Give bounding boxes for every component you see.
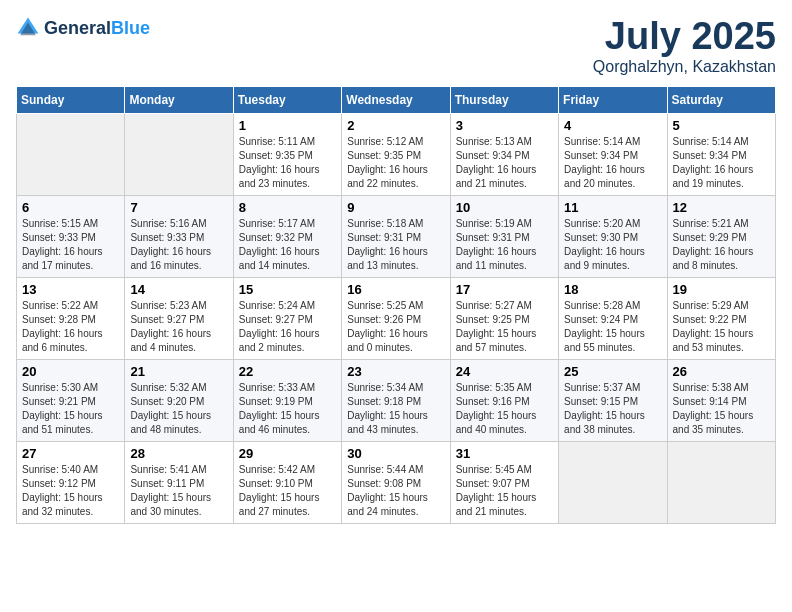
day-info: Sunrise: 5:27 AM Sunset: 9:25 PM Dayligh… bbox=[456, 299, 553, 355]
day-number: 12 bbox=[673, 200, 770, 215]
calendar-cell: 26Sunrise: 5:38 AM Sunset: 9:14 PM Dayli… bbox=[667, 359, 775, 441]
day-number: 5 bbox=[673, 118, 770, 133]
calendar-cell: 21Sunrise: 5:32 AM Sunset: 9:20 PM Dayli… bbox=[125, 359, 233, 441]
title-section: July 2025 Qorghalzhyn, Kazakhstan bbox=[593, 16, 776, 76]
day-info: Sunrise: 5:33 AM Sunset: 9:19 PM Dayligh… bbox=[239, 381, 336, 437]
day-number: 2 bbox=[347, 118, 444, 133]
day-number: 6 bbox=[22, 200, 119, 215]
day-number: 7 bbox=[130, 200, 227, 215]
calendar-cell: 9Sunrise: 5:18 AM Sunset: 9:31 PM Daylig… bbox=[342, 195, 450, 277]
calendar-cell bbox=[559, 441, 667, 523]
day-info: Sunrise: 5:22 AM Sunset: 9:28 PM Dayligh… bbox=[22, 299, 119, 355]
calendar-week-row: 13Sunrise: 5:22 AM Sunset: 9:28 PM Dayli… bbox=[17, 277, 776, 359]
calendar-week-row: 20Sunrise: 5:30 AM Sunset: 9:21 PM Dayli… bbox=[17, 359, 776, 441]
day-number: 3 bbox=[456, 118, 553, 133]
day-info: Sunrise: 5:41 AM Sunset: 9:11 PM Dayligh… bbox=[130, 463, 227, 519]
day-info: Sunrise: 5:35 AM Sunset: 9:16 PM Dayligh… bbox=[456, 381, 553, 437]
day-number: 16 bbox=[347, 282, 444, 297]
calendar-cell: 1Sunrise: 5:11 AM Sunset: 9:35 PM Daylig… bbox=[233, 113, 341, 195]
calendar-cell bbox=[125, 113, 233, 195]
day-info: Sunrise: 5:17 AM Sunset: 9:32 PM Dayligh… bbox=[239, 217, 336, 273]
day-info: Sunrise: 5:16 AM Sunset: 9:33 PM Dayligh… bbox=[130, 217, 227, 273]
day-info: Sunrise: 5:14 AM Sunset: 9:34 PM Dayligh… bbox=[564, 135, 661, 191]
day-info: Sunrise: 5:18 AM Sunset: 9:31 PM Dayligh… bbox=[347, 217, 444, 273]
logo-general: General bbox=[44, 18, 111, 38]
calendar-cell: 16Sunrise: 5:25 AM Sunset: 9:26 PM Dayli… bbox=[342, 277, 450, 359]
day-number: 13 bbox=[22, 282, 119, 297]
calendar-header-row: SundayMondayTuesdayWednesdayThursdayFrid… bbox=[17, 86, 776, 113]
logo-blue: Blue bbox=[111, 18, 150, 38]
day-info: Sunrise: 5:19 AM Sunset: 9:31 PM Dayligh… bbox=[456, 217, 553, 273]
day-number: 26 bbox=[673, 364, 770, 379]
day-info: Sunrise: 5:34 AM Sunset: 9:18 PM Dayligh… bbox=[347, 381, 444, 437]
calendar-cell: 3Sunrise: 5:13 AM Sunset: 9:34 PM Daylig… bbox=[450, 113, 558, 195]
calendar-cell: 30Sunrise: 5:44 AM Sunset: 9:08 PM Dayli… bbox=[342, 441, 450, 523]
day-number: 28 bbox=[130, 446, 227, 461]
calendar-cell: 28Sunrise: 5:41 AM Sunset: 9:11 PM Dayli… bbox=[125, 441, 233, 523]
day-info: Sunrise: 5:15 AM Sunset: 9:33 PM Dayligh… bbox=[22, 217, 119, 273]
calendar-cell: 23Sunrise: 5:34 AM Sunset: 9:18 PM Dayli… bbox=[342, 359, 450, 441]
calendar-cell: 10Sunrise: 5:19 AM Sunset: 9:31 PM Dayli… bbox=[450, 195, 558, 277]
day-info: Sunrise: 5:25 AM Sunset: 9:26 PM Dayligh… bbox=[347, 299, 444, 355]
location-title: Qorghalzhyn, Kazakhstan bbox=[593, 58, 776, 76]
calendar-cell: 11Sunrise: 5:20 AM Sunset: 9:30 PM Dayli… bbox=[559, 195, 667, 277]
calendar-cell: 13Sunrise: 5:22 AM Sunset: 9:28 PM Dayli… bbox=[17, 277, 125, 359]
calendar-cell: 24Sunrise: 5:35 AM Sunset: 9:16 PM Dayli… bbox=[450, 359, 558, 441]
day-number: 30 bbox=[347, 446, 444, 461]
calendar-cell: 18Sunrise: 5:28 AM Sunset: 9:24 PM Dayli… bbox=[559, 277, 667, 359]
day-info: Sunrise: 5:11 AM Sunset: 9:35 PM Dayligh… bbox=[239, 135, 336, 191]
calendar-cell: 29Sunrise: 5:42 AM Sunset: 9:10 PM Dayli… bbox=[233, 441, 341, 523]
day-number: 14 bbox=[130, 282, 227, 297]
day-of-week-header: Saturday bbox=[667, 86, 775, 113]
day-number: 27 bbox=[22, 446, 119, 461]
calendar-cell: 31Sunrise: 5:45 AM Sunset: 9:07 PM Dayli… bbox=[450, 441, 558, 523]
calendar-table: SundayMondayTuesdayWednesdayThursdayFrid… bbox=[16, 86, 776, 524]
calendar-cell: 5Sunrise: 5:14 AM Sunset: 9:34 PM Daylig… bbox=[667, 113, 775, 195]
calendar-cell: 6Sunrise: 5:15 AM Sunset: 9:33 PM Daylig… bbox=[17, 195, 125, 277]
day-info: Sunrise: 5:21 AM Sunset: 9:29 PM Dayligh… bbox=[673, 217, 770, 273]
day-number: 10 bbox=[456, 200, 553, 215]
day-info: Sunrise: 5:32 AM Sunset: 9:20 PM Dayligh… bbox=[130, 381, 227, 437]
day-of-week-header: Thursday bbox=[450, 86, 558, 113]
calendar-cell: 25Sunrise: 5:37 AM Sunset: 9:15 PM Dayli… bbox=[559, 359, 667, 441]
calendar-cell: 14Sunrise: 5:23 AM Sunset: 9:27 PM Dayli… bbox=[125, 277, 233, 359]
day-info: Sunrise: 5:29 AM Sunset: 9:22 PM Dayligh… bbox=[673, 299, 770, 355]
logo: GeneralBlue bbox=[16, 16, 150, 40]
day-info: Sunrise: 5:30 AM Sunset: 9:21 PM Dayligh… bbox=[22, 381, 119, 437]
day-info: Sunrise: 5:24 AM Sunset: 9:27 PM Dayligh… bbox=[239, 299, 336, 355]
day-number: 1 bbox=[239, 118, 336, 133]
day-of-week-header: Tuesday bbox=[233, 86, 341, 113]
calendar-cell: 12Sunrise: 5:21 AM Sunset: 9:29 PM Dayli… bbox=[667, 195, 775, 277]
logo-text: GeneralBlue bbox=[44, 18, 150, 39]
calendar-week-row: 1Sunrise: 5:11 AM Sunset: 9:35 PM Daylig… bbox=[17, 113, 776, 195]
day-info: Sunrise: 5:12 AM Sunset: 9:35 PM Dayligh… bbox=[347, 135, 444, 191]
page-header: GeneralBlue July 2025 Qorghalzhyn, Kazak… bbox=[16, 16, 776, 76]
day-number: 25 bbox=[564, 364, 661, 379]
day-info: Sunrise: 5:13 AM Sunset: 9:34 PM Dayligh… bbox=[456, 135, 553, 191]
day-of-week-header: Sunday bbox=[17, 86, 125, 113]
calendar-cell bbox=[17, 113, 125, 195]
day-of-week-header: Monday bbox=[125, 86, 233, 113]
month-title: July 2025 bbox=[593, 16, 776, 58]
day-info: Sunrise: 5:45 AM Sunset: 9:07 PM Dayligh… bbox=[456, 463, 553, 519]
logo-icon bbox=[16, 16, 40, 40]
day-info: Sunrise: 5:20 AM Sunset: 9:30 PM Dayligh… bbox=[564, 217, 661, 273]
day-number: 11 bbox=[564, 200, 661, 215]
calendar-cell: 8Sunrise: 5:17 AM Sunset: 9:32 PM Daylig… bbox=[233, 195, 341, 277]
day-of-week-header: Wednesday bbox=[342, 86, 450, 113]
calendar-cell: 2Sunrise: 5:12 AM Sunset: 9:35 PM Daylig… bbox=[342, 113, 450, 195]
calendar-cell: 27Sunrise: 5:40 AM Sunset: 9:12 PM Dayli… bbox=[17, 441, 125, 523]
day-info: Sunrise: 5:40 AM Sunset: 9:12 PM Dayligh… bbox=[22, 463, 119, 519]
day-number: 22 bbox=[239, 364, 336, 379]
day-number: 15 bbox=[239, 282, 336, 297]
day-number: 8 bbox=[239, 200, 336, 215]
day-number: 23 bbox=[347, 364, 444, 379]
calendar-cell: 19Sunrise: 5:29 AM Sunset: 9:22 PM Dayli… bbox=[667, 277, 775, 359]
day-number: 4 bbox=[564, 118, 661, 133]
day-number: 20 bbox=[22, 364, 119, 379]
day-number: 19 bbox=[673, 282, 770, 297]
day-info: Sunrise: 5:23 AM Sunset: 9:27 PM Dayligh… bbox=[130, 299, 227, 355]
day-info: Sunrise: 5:42 AM Sunset: 9:10 PM Dayligh… bbox=[239, 463, 336, 519]
calendar-cell: 20Sunrise: 5:30 AM Sunset: 9:21 PM Dayli… bbox=[17, 359, 125, 441]
calendar-cell bbox=[667, 441, 775, 523]
